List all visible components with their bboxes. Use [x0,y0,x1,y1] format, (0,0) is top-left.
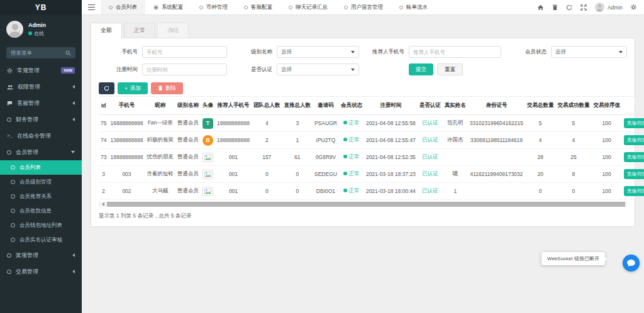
table-cell: 0 [282,183,313,200]
level-select[interactable]: 选择 [277,46,359,58]
table-cell[interactable]: 充值/扣费钱包地址 [622,149,644,166]
fullscreen-icon[interactable] [580,4,587,11]
cogs-icon [7,68,13,74]
tab-all[interactable]: 全部 [91,23,122,38]
table-row: 7318888888888忧伤的朋友普通会员001157610G6R9V 正常2… [99,149,644,166]
phone-filter-label: 手机号 [99,48,138,56]
delete-button[interactable]: 删除 [151,82,183,94]
tab-chat-logs[interactable]: 聊天记录汇总 [280,0,336,14]
chat-fab-button[interactable] [623,255,640,272]
table-cell[interactable]: 充值/扣费钱包地址 [622,166,644,183]
sidebar-item-finance[interactable]: 财务管理 [0,111,82,128]
recharge-button[interactable]: 充值/扣费 [624,118,644,128]
horizontal-scrollbar[interactable] [99,202,627,207]
chevron-left-icon [70,253,75,257]
table-row: 7413888888888积极的板凳普通会员B1888888888821IPU2… [99,132,644,149]
table-cell[interactable]: 充值/扣费钱包地址 [622,132,644,149]
recharge-button[interactable]: 充值/扣费 [624,135,644,145]
circle-icon [199,6,203,9]
scroll-left-arrow-icon[interactable] [100,202,104,206]
tab-system-config[interactable]: 系统配置 [145,0,191,14]
table-cell: 正常 [339,149,364,166]
sidebar-item-support[interactable]: 客服管理 [0,95,82,111]
table-cell: 003 [108,166,145,183]
column-header: 手机号 [108,97,145,115]
tab-frozen[interactable]: 冻结 [157,23,189,38]
column-header: 交易总数量 [525,97,556,115]
sidebar-toggle-button[interactable] [82,0,101,14]
search-icon [65,50,71,56]
table-cell: 5 [525,115,556,132]
table-cell: 4 [525,132,556,149]
sidebar-item-member-list[interactable]: 会员列表 [0,160,82,175]
chevron-left-icon [70,118,75,121]
column-header: 是否认证 [418,97,443,115]
submit-button[interactable]: 提交 [409,63,433,75]
add-button[interactable]: +添加 [118,82,148,94]
tab-coin-management[interactable]: 币种管理 [191,0,236,14]
refresh-icon [104,85,109,91]
sidebar-item-member-referrals[interactable]: 会员推荐关系 [0,189,82,204]
column-header: 交易排序值 [591,97,622,115]
sidebar-item-members[interactable]: 会员管理 [0,144,82,160]
sidebar-item-member-levels[interactable]: 会员级别管理 [0,175,82,189]
settings-gear-icon[interactable] [631,4,636,10]
regtime-filter-input[interactable] [142,63,227,75]
broken-image-icon [203,170,213,179]
sidebar-item-rewards[interactable]: 奖项管理 [0,247,82,263]
table-cell: 正常 [339,166,364,183]
table-cell[interactable]: 充值/扣费钱包地址 [622,115,644,132]
recharge-button[interactable]: 充值/扣费 [624,152,644,162]
sidebar-item-online-command[interactable]: >_ 在线命令管理 [0,128,82,144]
recharge-button[interactable]: 充值/扣费 [624,169,644,179]
phone-filter-input[interactable] [142,46,227,58]
scrollbar-thumb[interactable] [107,202,625,207]
sidebar-search[interactable] [6,47,75,58]
referrer-filter-label: 推荐人手机号 [365,48,404,56]
column-header: 邀请码 [313,97,339,115]
table-cell[interactable]: 充值/扣费钱包地址 [622,183,644,200]
recharge-button[interactable]: 充值/扣费 [624,186,644,196]
hamburger-icon [88,7,95,8]
topbar-user-menu[interactable]: Admin [595,3,623,12]
table-cell: 4 [555,132,591,149]
referrer-filter-input[interactable] [409,46,501,58]
tab-member-list[interactable]: 会员列表 [101,0,145,14]
home-icon[interactable] [537,4,544,11]
reset-button[interactable]: 重置 [437,63,463,75]
trash-icon[interactable] [552,4,558,11]
tab-user-messages[interactable]: 用户留言管理 [336,0,391,14]
member-table: Id手机号昵称级别名称头像推荐人手机号团队总人数直推总人数邀请码会员状态注册时间… [99,96,644,200]
sidebar-item-member-kyc[interactable]: 会员实名认证审核 [0,233,82,247]
circle-icon [7,150,11,155]
circle-icon [244,6,248,9]
column-header: 头像 [201,97,215,115]
sidebar-search-input[interactable] [11,50,65,56]
sidebar-item-member-wallets[interactable]: 会员钱包地址列表 [0,218,82,233]
sidebar-item-trades[interactable]: 交易管理 [0,263,82,280]
terminal-icon: >_ [7,133,13,138]
sidebar-item-permissions[interactable]: 权限管理 [0,79,82,95]
tab-billing-flow[interactable]: 账单流水 [391,0,436,14]
refresh-button[interactable] [99,82,114,94]
caret-down-icon [619,51,623,55]
table-cell: 已认证 [418,132,443,149]
verified-select[interactable]: 选择 [277,63,359,75]
chevron-down-icon [71,151,75,155]
table-cell: 普通会员 [175,115,201,132]
sidebar-item-general[interactable]: 常规管理 new [0,62,82,79]
verified-badge: 已认证 [422,136,438,143]
status-select[interactable]: 选择 [551,46,627,58]
tab-normal[interactable]: 正常 [124,23,155,38]
sidebar-item-member-payment-info[interactable]: 会员收款信息 [0,204,82,218]
table-cell: 已认证 [418,166,443,183]
column-header: 团队总人数 [252,97,282,115]
clear-cache-icon[interactable] [566,4,572,11]
tab-support-config[interactable]: 客服配置 [236,0,280,14]
table-cell: 100 [591,183,622,200]
column-header: 真实姓名 [443,97,468,115]
table-cell: 1 [282,132,313,149]
table-cell: 已认证 [418,183,443,200]
status-badge: 正常 [349,170,360,177]
table-cell: 正常 [339,183,364,200]
